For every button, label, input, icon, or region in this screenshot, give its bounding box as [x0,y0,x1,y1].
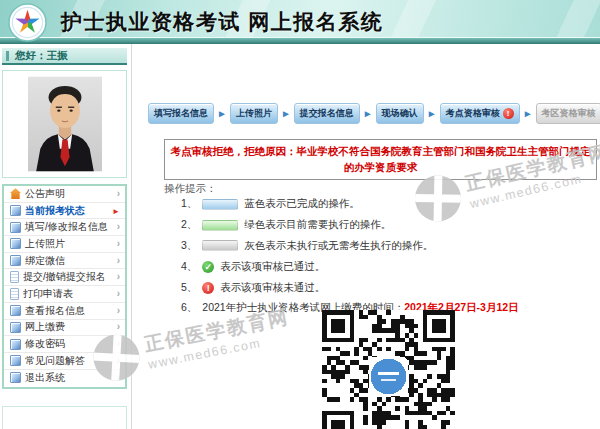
menu-item-label: 常见问题解答 [25,354,85,368]
tip-number: 5、 [181,281,197,295]
menu-item-label: 打印申请表 [23,287,73,301]
menu-item-icon [10,205,21,216]
menu-item-label: 提交/撤销提交报名 [23,270,106,284]
menu-item-icon [10,288,19,300]
audit-failed-badge-icon: ! [503,108,514,119]
main-content: 填写报名信息 ! ► 上传照片 ! ► 提交报名信息 ! ► [132,44,600,429]
tip-text: 绿色表示目前需要执行的操作。 [244,218,391,232]
tip-text: 表示该项审核未通过。 [220,281,325,295]
page-title: 护士执业资格考试 网上报名系统 [61,8,383,36]
menu-item-icon [10,238,21,249]
chevron-right-icon [117,373,120,383]
sidebar-menu-item[interactable]: 打印申请表 [4,286,125,303]
progress-step: 考点资格审核 ! [440,103,520,124]
chevron-right-icon [117,356,120,366]
tip-item: 1、 蓝色表示已完成的操作。 [181,194,519,215]
menu-item-icon [10,271,19,283]
progress-step-label: 现场确认 [382,107,418,120]
chevron-right-icon [117,256,120,266]
menu-item-label: 上传照片 [25,237,65,251]
tip-item: 3、 灰色表示未执行或无需考生执行的操作。 [181,236,519,257]
menu-item-label: 公告声明 [25,187,65,201]
progress-step-label: 考点资格审核 [446,107,500,120]
tip-marker-icon [202,220,238,231]
tip-marker-icon: ✓ [202,261,214,273]
tip-text: 表示该项审核已通过。 [220,260,325,274]
progress-step-row: 提交报名信息 ! ► [294,103,376,124]
progress-step-label: 考区资格审核 [542,107,596,120]
progress-step: 考区资格审核 ! [536,103,600,124]
tip-number: 2、 [181,218,197,232]
sidebar-menu-item[interactable]: 公告声明 [4,186,125,203]
nursing-exam-emblem-icon [8,3,47,42]
sidebar-menu-item[interactable]: 常见问题解答 [4,353,125,370]
sidebar-menu-item[interactable]: 提交/撤销提交报名 [4,269,125,286]
sidebar-menu-item[interactable]: 上传照片 [4,236,125,253]
tip-marker-icon [202,240,238,251]
candidate-photo-frame [2,70,127,178]
progress-step-row: 上传照片 ! ► [230,103,294,124]
menu-item-label: 填写/修改报名信息 [25,220,108,234]
tip-number: 1、 [181,197,197,211]
menu-item-icon [10,305,21,316]
tip-marker-icon: ! [202,282,214,294]
tip-number: 6、 [181,301,197,315]
chevron-right-icon [117,272,120,282]
progress-step: 提交报名信息 ! [294,103,360,124]
menu-item-icon [10,322,21,333]
menu-item-icon [10,355,21,366]
tip-item: 2、 绿色表示目前需要执行的操作。 [181,215,519,236]
menu-item-label: 退出系统 [25,371,65,385]
sidebar-menu-item[interactable]: 退出系统 [4,370,125,387]
tips-list: 1、 蓝色表示已完成的操作。 2、 绿色表示目前需要执行的操作。 3、 灰色表示… [181,194,519,319]
audit-rejection-notice: 考点审核拒绝，拒绝原因：毕业学校不符合国务院教育主管部门和国务院卫生主管部门规定… [164,139,597,180]
qr-code [322,310,455,429]
greeting-bar: 您好：王振 [2,48,127,65]
sidebar-menu-item[interactable]: 当前报考状态 [4,203,125,220]
chevron-right-icon [117,222,120,232]
progress-steps: 填写报名信息 ! ► 上传照片 ! ► 提交报名信息 ! ► [148,103,600,124]
sidebar-menu-item[interactable]: 绑定微信 [4,253,125,270]
sidebar-menu-item[interactable]: 填写/修改报名信息 [4,219,125,236]
menu-item-icon [10,339,21,350]
tip-item: 4、 ✓ 表示该项审核已通过。 [181,256,519,277]
progress-step-label: 填写报名信息 [154,107,208,120]
sidebar-menu-item[interactable]: 修改密码 [4,336,125,353]
tip-marker-icon [202,199,238,210]
progress-step: 上传照片 ! [230,103,278,124]
tip-number: 3、 [181,239,197,253]
sidebar-menu-item[interactable]: 查看报名信息 [4,303,125,320]
progress-step-row: 考点资格审核 ! ► [440,103,536,124]
step-arrow-icon: ► [217,109,227,119]
menu-item-icon [10,372,21,383]
progress-step: 现场确认 ! [376,103,424,124]
sidebar-menu-item[interactable]: 网上缴费 [4,320,125,337]
chevron-right-icon [117,189,120,199]
menu-item-label: 网上缴费 [25,320,65,334]
sidebar-empty-panel [2,406,127,429]
progress-step-row: 填写报名信息 ! ► [148,103,230,124]
step-arrow-icon: ► [523,109,533,119]
menu-item-label: 修改密码 [25,337,65,351]
chevron-right-icon [117,339,120,349]
menu-item-icon [10,255,21,266]
tip-number: 4、 [181,260,197,274]
menu-item-label: 当前报考状态 [25,204,85,218]
chevron-right-icon [112,206,120,216]
chevron-right-icon [117,306,120,316]
menu-item-icon [10,222,21,233]
header-divider-band [0,37,600,44]
menu-item-label: 查看报名信息 [25,304,85,318]
progress-step-label: 提交报名信息 [300,107,354,120]
progress-step-row: 现场确认 ! ► [376,103,440,124]
progress-step-label: 上传照片 [236,107,272,120]
tip-text: 灰色表示未执行或无需考生执行的操作。 [244,239,433,253]
menu-item-label: 绑定微信 [25,254,65,268]
step-arrow-icon: ► [281,109,291,119]
chevron-right-icon [117,289,120,299]
tip-text: 蓝色表示已完成的操作。 [244,197,360,211]
menu-item-icon [10,188,21,199]
step-arrow-icon: ► [363,109,373,119]
chevron-right-icon [117,322,120,332]
chevron-right-icon [117,239,120,249]
